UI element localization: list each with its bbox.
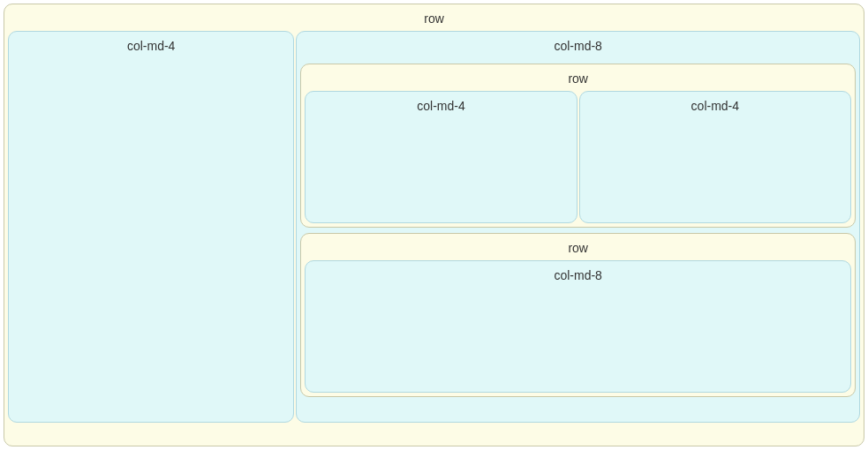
inner-row-2: row col-md-8 bbox=[300, 233, 856, 397]
inner-row-2-col: col-md-8 bbox=[305, 260, 851, 393]
inner-row-1-col-a: col-md-4 bbox=[305, 91, 577, 223]
inner-row-2-label: row bbox=[305, 237, 851, 260]
inner-row-1-label: row bbox=[305, 68, 851, 91]
outer-row-label: row bbox=[8, 8, 860, 31]
outer-row: row col-md-4 col-md-8 row col-md-4 col-m… bbox=[4, 4, 864, 446]
inner-row-2-content: col-md-8 bbox=[305, 260, 851, 393]
right-column-label: col-md-8 bbox=[300, 35, 856, 58]
inner-row-1-col-a-label: col-md-4 bbox=[309, 95, 572, 118]
inner-row-1-col-b-label: col-md-4 bbox=[584, 95, 847, 118]
right-column: col-md-8 row col-md-4 col-md-4 row col-m… bbox=[296, 31, 860, 423]
left-column: col-md-4 bbox=[8, 31, 294, 423]
inner-row-1-content: col-md-4 col-md-4 bbox=[305, 91, 851, 223]
inner-row-2-col-label: col-md-8 bbox=[309, 265, 847, 288]
left-column-label: col-md-4 bbox=[12, 35, 290, 58]
inner-row-1: row col-md-4 col-md-4 bbox=[300, 64, 856, 228]
outer-row-content: col-md-4 col-md-8 row col-md-4 col-md-4 … bbox=[8, 31, 860, 423]
inner-row-1-col-b: col-md-4 bbox=[579, 91, 851, 223]
